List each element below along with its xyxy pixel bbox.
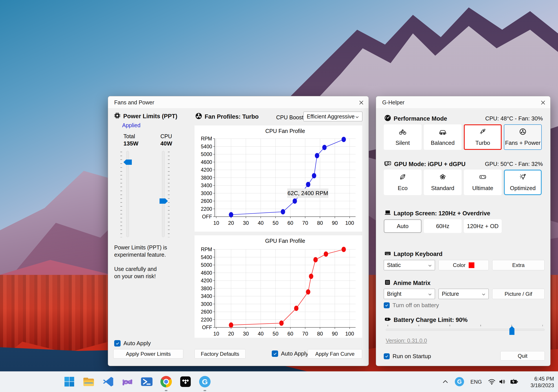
fan-auto-apply-row: Auto Apply (272, 350, 308, 357)
svg-text:4600: 4600 (201, 159, 212, 165)
gpu-fan-curve-chart[interactable]: 102030405060708090100OFF2200260030003400… (194, 235, 362, 338)
power-limits-note-2: Use carefully and on your own risk! (114, 266, 157, 280)
screen-button-label: 120Hz + OD (467, 223, 499, 230)
wifi-icon[interactable] (487, 375, 497, 389)
chrome-icon[interactable] (159, 375, 173, 389)
svg-text:90: 90 (332, 220, 338, 226)
note-line: Power Limits (PPT) is (114, 244, 167, 251)
fan-profiles-heading: Fan Profiles: Turbo (205, 113, 259, 120)
power-limits-heading: Power Limits (PPT) (123, 113, 177, 120)
cpu-temp-fan-stats: CPU: 48°C - Fan: 30% (485, 115, 543, 122)
svg-text:70: 70 (302, 220, 308, 226)
close-icon[interactable] (357, 99, 366, 107)
battery-charging-icon[interactable] (508, 375, 520, 389)
flower-icon (439, 173, 447, 182)
keyboard-color-button[interactable]: Color (438, 260, 489, 270)
ghelper-taskbar-icon[interactable]: G (198, 375, 212, 389)
gpu-button-ultimate[interactable]: Ultimate (464, 170, 502, 195)
svg-text:5400: 5400 (201, 144, 212, 150)
total-slider-label: Total (123, 133, 135, 140)
tray-ghelper-icon[interactable]: G (454, 375, 465, 389)
battery-slider-track[interactable] (386, 329, 545, 331)
svg-text:3400: 3400 (201, 183, 212, 188)
svg-text:2600: 2600 (201, 309, 212, 315)
cpu-boost-value: Efficient Aggressive (307, 113, 355, 120)
fan-auto-apply-label: Auto Apply (281, 350, 308, 357)
battery-bolt-icon (384, 316, 391, 324)
car-icon (439, 128, 447, 137)
gpu-card-icon (384, 160, 392, 168)
file-explorer-icon[interactable] (82, 375, 96, 389)
chevron-down-icon (428, 291, 432, 297)
note-line: Use carefully and (114, 266, 157, 273)
run-on-startup-checkbox[interactable] (384, 353, 390, 359)
screen-button-120hz-od[interactable]: 120Hz + OD (464, 219, 502, 233)
power-limits-note-1: Power Limits (PPT) is experimental featu… (114, 244, 167, 259)
close-icon[interactable] (539, 99, 547, 107)
volume-icon[interactable] (497, 375, 507, 389)
cpu-slider-track[interactable] (162, 151, 165, 237)
gpu-button-optimized[interactable]: Optimized (504, 170, 542, 195)
apply-fan-curve-button[interactable]: Apply Fan Curve (308, 349, 362, 359)
matrix-content-select[interactable]: Picture (438, 289, 489, 299)
mode-button-balanced[interactable]: Balanced (424, 124, 462, 150)
power-limits-heading-row: Power Limits (PPT) (114, 112, 177, 121)
quit-button[interactable]: Quit (500, 351, 545, 361)
tidal-icon[interactable] (178, 375, 192, 389)
note-line: on your own risk! (114, 273, 157, 280)
svg-text:5000: 5000 (201, 151, 212, 157)
cpu-fan-curve-chart[interactable]: 102030405060708090100OFF2200260030003400… (194, 125, 362, 232)
keyboard-icon (384, 250, 391, 258)
start-button[interactable] (62, 375, 76, 389)
fans-and-power-window: Fans and Power Power Limits (PPT) Applie… (108, 96, 369, 366)
clock-time: 6:45 PM (531, 375, 554, 382)
taskbar: G G ENG 6:45 PM 3/18/2023 (0, 371, 558, 392)
clock-date: 3/18/2023 (531, 382, 554, 389)
visual-studio-icon[interactable] (120, 375, 134, 389)
color-swatch (469, 262, 474, 268)
svg-text:10: 10 (213, 331, 219, 337)
fans-window-titlebar[interactable]: Fans and Power (108, 96, 368, 108)
tray-language[interactable]: ENG (471, 379, 482, 385)
tray-clock[interactable]: 6:45 PM 3/18/2023 (531, 375, 554, 389)
keyboard-extra-button[interactable]: Extra (492, 260, 545, 270)
cpu-slider-label: CPU (160, 133, 172, 140)
svg-text:5000: 5000 (201, 262, 212, 268)
cpu-chip-icon (114, 112, 121, 121)
mode-button-fans-power[interactable]: Fans + Power (504, 124, 542, 150)
vscode-icon[interactable] (101, 375, 115, 389)
keyboard-mode-select[interactable]: Static (384, 260, 435, 270)
screen-button-auto[interactable]: Auto (384, 219, 422, 233)
factory-defaults-button[interactable]: Factory Defaults (194, 349, 245, 359)
matrix-picture-gif-button[interactable]: Picture / Gif (492, 289, 545, 299)
ghelper-titlebar[interactable]: G-Helper (376, 96, 550, 108)
screen-button-60hz[interactable]: 60Hz (424, 219, 462, 233)
bicycle-icon (399, 128, 407, 137)
gpu-button-eco[interactable]: Eco (384, 170, 422, 195)
fan-auto-apply-checkbox[interactable] (272, 350, 278, 357)
version-link[interactable]: Version: 0.31.0.0 (386, 337, 427, 344)
tray-chevron-up-icon[interactable] (441, 375, 450, 389)
tray-ghelper-logo: G (455, 377, 464, 386)
apply-power-limits-button[interactable]: Apply Power Limits (113, 349, 183, 359)
ghelper-logo: G (199, 376, 210, 387)
gpu-temp-fan-stats: GPU: 50°C - Fan: 32% (485, 161, 543, 167)
matrix-content-value: Picture (442, 291, 459, 297)
run-on-startup-label: Run on Startup (392, 353, 431, 360)
gpu-mode-heading: GPU Mode: iGPU + dGPU (394, 161, 466, 168)
turn-off-on-battery-checkbox[interactable] (384, 302, 390, 308)
cpu-boost-select[interactable]: Efficient Aggressive (303, 112, 362, 121)
total-slider-thumb[interactable] (123, 159, 132, 165)
powershell-icon[interactable] (140, 375, 154, 389)
battery-slider-thumb[interactable] (509, 326, 514, 335)
battery-limit-heading-row: Battery Charge Limit: 90% (384, 316, 468, 324)
svg-text:10: 10 (213, 220, 219, 226)
matrix-brightness-select[interactable]: Bright (384, 289, 435, 299)
chevron-down-icon (482, 291, 485, 297)
svg-text:3800: 3800 (201, 175, 212, 181)
mode-button-silent[interactable]: Silent (384, 124, 422, 150)
power-auto-apply-checkbox[interactable] (114, 340, 121, 347)
mode-button-turbo[interactable]: Turbo (464, 124, 502, 150)
cpu-slider-thumb[interactable] (159, 198, 168, 204)
gpu-button-standard[interactable]: Standard (424, 170, 462, 195)
